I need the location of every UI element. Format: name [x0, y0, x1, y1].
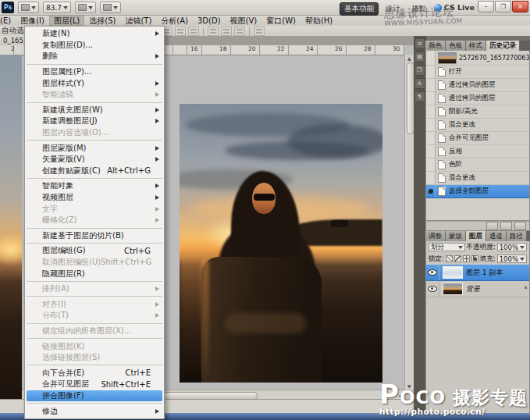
scroll-down-icon[interactable]: ▼ — [407, 383, 411, 389]
workspace-button[interactable]: 设计 — [382, 3, 404, 15]
opacity-input[interactable]: 100% — [497, 243, 527, 251]
history-source-well[interactable] — [426, 92, 436, 105]
history-step[interactable]: 通过拷贝的图层 — [426, 79, 529, 92]
character-panel-icon[interactable]: A — [414, 78, 425, 89]
photo-left-edge[interactable] — [0, 55, 22, 399]
menubar-item[interactable]: 图像(I) — [16, 16, 49, 26]
info-panel-icon[interactable]: ❐ — [414, 65, 425, 76]
eye-icon[interactable] — [428, 286, 437, 292]
menu-item[interactable]: 图层蒙版(M) — [25, 142, 164, 154]
lock-pixels-icon[interactable] — [454, 255, 461, 262]
align-vertical-centers-icon[interactable] — [175, 27, 186, 36]
align-left-edges-icon[interactable] — [208, 27, 219, 36]
panel-tab[interactable]: 颜色 — [425, 41, 446, 51]
panel-tab[interactable]: 图层 — [466, 231, 486, 241]
history-step[interactable]: 反相 — [426, 145, 529, 158]
panel-tab[interactable]: 历史记录 — [486, 41, 520, 51]
menubar-item[interactable]: 滤镜(T) — [120, 16, 156, 26]
delete-state-icon[interactable] — [514, 222, 526, 230]
menu-item[interactable]: 排列(A) — [25, 283, 164, 295]
workspace-button[interactable]: 摄影 — [407, 3, 430, 15]
new-document-from-state-icon[interactable] — [486, 222, 498, 230]
history-step[interactable]: 混合更改 — [426, 119, 529, 132]
history-source-well[interactable] — [426, 185, 436, 198]
lock-position-icon[interactable] — [463, 255, 470, 262]
menubar-item[interactable]: 辑(E) — [0, 16, 16, 26]
align-horizontal-centers-icon[interactable] — [221, 27, 232, 36]
lock-transparency-icon[interactable] — [446, 255, 453, 262]
photo-canvas[interactable] — [180, 104, 382, 383]
menu-item[interactable]: 图层内容选项(O)... — [25, 127, 164, 139]
menu-item[interactable]: 视频图层 — [25, 192, 164, 204]
vertical-scrollbar[interactable]: ▲ ▼ — [404, 55, 414, 390]
menu-item[interactable]: 新建基于图层的切片(B) — [25, 230, 164, 242]
menu-item[interactable]: 栅格化(Z) — [25, 215, 164, 226]
menubar-item[interactable]: 窗口(W) — [261, 16, 301, 26]
menu-item[interactable]: 矢量蒙版(V) — [25, 154, 164, 166]
history-step[interactable]: 色阶 — [426, 158, 529, 172]
restore-button[interactable]: ❐ — [495, 1, 511, 12]
history-source-well[interactable] — [426, 132, 436, 144]
horizontal-scroll-thumb[interactable] — [162, 392, 258, 399]
panel-tab[interactable]: 蒙版 — [446, 231, 466, 241]
menu-item[interactable]: 文字 — [25, 203, 164, 215]
lock-all-icon[interactable] — [471, 255, 478, 262]
history-source-well[interactable] — [426, 79, 436, 91]
panel-tab[interactable]: 色板 — [446, 41, 466, 51]
history-step[interactable]: 通过拷贝的图层 — [426, 92, 529, 105]
layer-row[interactable]: 图层 1 副本 — [426, 265, 529, 281]
history-step[interactable]: 打开 — [426, 66, 529, 79]
history-step[interactable]: 阴影/高光 — [426, 105, 529, 119]
history-source-well[interactable] — [426, 172, 436, 184]
menu-item[interactable]: 图层编组(G)Ctrl+G — [25, 245, 164, 257]
menu-item[interactable]: 修边 — [25, 405, 164, 417]
menu-item[interactable]: 选择链接图层(S) — [25, 352, 164, 364]
blend-mode-dropdown[interactable]: 划分 — [429, 243, 465, 251]
menu-item[interactable]: 取消图层编组(U)Shift+Ctrl+G — [25, 257, 164, 269]
cs-live-button[interactable]: CS Live — [434, 3, 482, 12]
minimize-button[interactable]: – — [478, 1, 494, 12]
menu-item[interactable]: 锁定组内的所有图层(X)... — [25, 326, 164, 337]
visibility-cell[interactable] — [426, 265, 439, 280]
menubar-item[interactable]: 图层(L) — [49, 16, 84, 26]
menu-item[interactable]: 对齐(I) — [25, 298, 164, 310]
launch-bridge-button[interactable] — [18, 2, 39, 13]
history-source-well[interactable] — [426, 158, 436, 171]
menu-item[interactable]: 新建(N) — [25, 28, 164, 40]
menu-item[interactable]: 创建剪贴蒙版(C)Alt+Ctrl+G — [25, 166, 164, 177]
paragraph-panel-icon[interactable]: ¶ — [414, 91, 425, 102]
menu-item[interactable]: 分布(T) — [25, 310, 164, 322]
menubar-item[interactable]: 3D(D) — [193, 16, 226, 26]
menu-item[interactable]: 隐藏图层(R) — [25, 268, 164, 279]
visibility-cell[interactable] — [426, 281, 439, 297]
histogram-panel-icon[interactable]: ▤ — [414, 52, 425, 62]
menubar-item[interactable]: 视图(V) — [226, 16, 262, 26]
panel-tab[interactable]: 通道 — [486, 231, 507, 241]
menu-item[interactable]: 合并可见图层Shift+Ctrl+E — [25, 379, 164, 390]
menu-item[interactable]: 新建调整图层(J) — [25, 116, 164, 127]
fill-input[interactable]: 100% — [497, 254, 527, 263]
vertical-scroll-thumb[interactable] — [407, 62, 414, 134]
auto-align-layers-icon[interactable] — [254, 27, 265, 36]
menu-item[interactable]: 新建填充图层(W) — [25, 105, 164, 116]
menu-item[interactable]: 向下合并(E)Ctrl+E — [25, 367, 164, 379]
menu-item[interactable]: 图层属性(P)... — [25, 66, 164, 78]
menu-item[interactable]: 智能滤镜 — [25, 89, 164, 101]
history-step[interactable]: 选择全部图层 — [426, 185, 529, 198]
menubar-item[interactable]: 选择(S) — [84, 16, 120, 26]
close-button[interactable]: × — [512, 1, 528, 12]
history-source-well[interactable] — [426, 105, 436, 118]
history-source-well[interactable] — [426, 51, 436, 65]
history-step[interactable]: 混合更改 — [426, 172, 529, 185]
history-source-well[interactable] — [426, 66, 436, 78]
menu-item[interactable]: 复制图层(D)... — [25, 40, 164, 52]
clone-source-panel-icon[interactable]: ⇄ — [414, 38, 425, 49]
zoom-level-button[interactable]: 83.7 — [43, 2, 71, 13]
menu-item[interactable]: 智能对象 — [25, 180, 164, 192]
menubar-item[interactable]: 分析(A) — [156, 16, 193, 26]
layer-row[interactable]: 背景 — [426, 281, 529, 297]
create-snapshot-icon[interactable] — [500, 222, 512, 230]
align-bottom-edges-icon[interactable] — [188, 27, 199, 36]
history-step[interactable]: 合并可见图层 — [426, 132, 529, 145]
menu-item[interactable]: 图层样式(Y) — [25, 77, 164, 89]
